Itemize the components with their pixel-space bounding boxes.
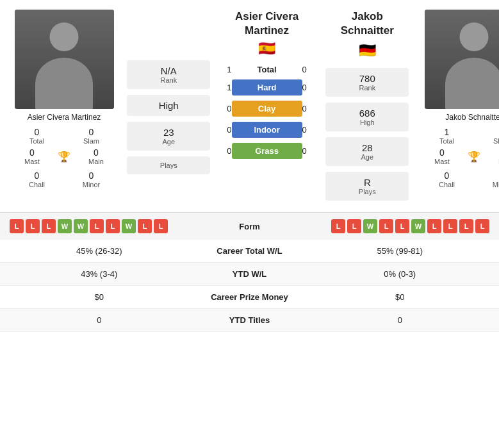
player1-plays-box: Plays xyxy=(127,156,210,174)
form-badges-left: LLLWWLLWLL xyxy=(10,219,218,233)
player1-chall-stat: 0 Chall xyxy=(13,170,61,188)
indoor-left: 0 xyxy=(213,125,232,135)
player2-high-label: High xyxy=(329,119,405,126)
player1-age-box: 23 Age xyxy=(127,122,210,151)
grass-btn-wrap: Grass xyxy=(232,143,302,159)
player2-age-value: 28 xyxy=(329,142,405,153)
form-badge-right: L xyxy=(443,219,457,233)
player1-slam-stat: 0 Slam xyxy=(67,127,115,145)
player1-minor-value: 0 xyxy=(89,170,94,181)
stats-row: 43% (3-4) YTD W/L 0% (0-3) xyxy=(0,263,499,286)
indoor-row: 0 Indoor 0 xyxy=(213,122,322,138)
player2-plays-label: Plays xyxy=(329,188,405,195)
player1-age-value: 23 xyxy=(130,127,207,138)
player2-chall-value: 0 xyxy=(445,170,450,181)
grass-right: 0 xyxy=(302,146,322,156)
player2-age-box: 28 Age xyxy=(325,137,409,166)
form-badge-left: L xyxy=(138,219,152,233)
player1-bottom-stats: 0 Chall 0 Minor xyxy=(6,170,122,188)
player1-high-box: High xyxy=(127,95,210,116)
form-badge-left: W xyxy=(74,219,88,233)
clay-btn-wrap: Clay xyxy=(232,101,302,117)
indoor-btn[interactable]: Indoor xyxy=(232,122,302,138)
stats-right-1: 0% (0-3) xyxy=(314,269,487,279)
center-main: N/A Rank High 23 Age Plays xyxy=(122,10,416,206)
main-container: Asier Civera Martinez 0 Total 0 Slam 0 M… xyxy=(0,0,499,332)
player1-high-value: High xyxy=(130,100,207,111)
stats-right-0: 55% (99-81) xyxy=(314,246,487,256)
form-badge-right: L xyxy=(379,219,393,233)
stats-left-2: $0 xyxy=(13,292,186,302)
player1-title: Asier Civera Martinez xyxy=(213,10,322,38)
hard-left: 1 xyxy=(213,83,232,92)
player1-total-label: Total xyxy=(29,137,44,145)
player1-slam-label: Slam xyxy=(83,137,99,145)
player1-main-value: 0 xyxy=(94,147,99,158)
player1-age-label: Age xyxy=(130,138,207,145)
form-badges-right: LLWLLWLLLL xyxy=(282,219,490,233)
player1-chall-value: 0 xyxy=(35,170,40,181)
hard-row: 1 Hard 0 xyxy=(213,79,322,95)
stats-center-0: Career Total W/L xyxy=(186,246,314,256)
player1-mast-value: 0 xyxy=(29,147,35,158)
player2-plays-value: R xyxy=(329,177,405,188)
player1-main-stat: 0 Main xyxy=(77,147,115,165)
clay-row: 0 Clay 0 xyxy=(213,101,322,117)
player1-rank-value: N/A xyxy=(130,65,207,76)
player2-title: Jakob Schnaitter xyxy=(325,10,410,38)
player2-trophy-row: 0 Mast 🏆 0 Main xyxy=(416,147,499,165)
player2-panel: Jakob Schnaitter 1 Total 0 Slam 0 Mast 🏆 xyxy=(416,10,499,206)
stats-row: $0 Career Prize Money $0 xyxy=(0,286,499,309)
player2-mast-stat: 0 Mast xyxy=(423,147,461,165)
player1-stats: 0 Total 0 Slam xyxy=(6,127,122,145)
player1-flag: 🇪🇸 xyxy=(258,40,275,57)
player2-slam-label: Slam xyxy=(493,137,499,145)
player2-chall-label: Chall xyxy=(439,181,455,188)
players-header-row: N/A Rank High 23 Age Plays xyxy=(128,10,410,203)
player2-rank-value: 780 xyxy=(329,73,405,84)
player1-total-value: 0 xyxy=(35,127,40,137)
player2-minor-stat: 1 Minor xyxy=(477,170,499,188)
stats-center-2: Career Prize Money xyxy=(186,292,314,302)
player2-main-stat: 0 Main xyxy=(487,147,499,165)
stats-right-2: $0 xyxy=(314,292,487,302)
player2-plays-box: R Plays xyxy=(325,172,409,201)
middle-col: Asier Civera Martinez 🇪🇸 1 Total 0 1 xyxy=(209,10,325,162)
total-btn-wrap: Total xyxy=(232,65,302,74)
grass-btn[interactable]: Grass xyxy=(232,143,302,159)
player1-minor-stat: 0 Minor xyxy=(67,170,115,188)
player1-name: Asier Civera Martinez xyxy=(28,113,101,122)
form-badge-right: W xyxy=(411,219,425,233)
player1-avatar xyxy=(15,10,114,109)
stats-center-1: YTD W/L xyxy=(186,269,314,279)
player2-flag: 🇩🇪 xyxy=(359,42,376,59)
form-badge-left: L xyxy=(90,219,104,233)
form-badge-left: L xyxy=(10,219,24,233)
stats-container: 45% (26-32) Career Total W/L 55% (99-81)… xyxy=(0,240,499,332)
player2-mast-value: 0 xyxy=(439,147,445,158)
top-section: Asier Civera Martinez 0 Total 0 Slam 0 M… xyxy=(0,0,499,212)
player1-main-label: Main xyxy=(88,158,104,165)
stats-left-1: 43% (3-4) xyxy=(13,269,186,279)
form-label: Form xyxy=(218,222,282,231)
hard-right: 0 xyxy=(302,83,322,92)
total-label: Total xyxy=(258,65,277,74)
clay-btn[interactable]: Clay xyxy=(232,101,302,117)
stats-left-0: 45% (26-32) xyxy=(13,246,186,256)
player1-slam-value: 0 xyxy=(89,127,94,137)
player2-mast-label: Mast xyxy=(434,158,450,165)
player1-mast-stat: 0 Mast xyxy=(13,147,51,165)
player2-age-label: Age xyxy=(329,153,405,161)
player1-minor-label: Minor xyxy=(83,181,101,188)
form-badge-left: L xyxy=(154,219,168,233)
form-badge-right: L xyxy=(347,219,361,233)
hard-btn[interactable]: Hard xyxy=(232,79,302,95)
form-badge-right: W xyxy=(363,219,377,233)
form-badge-right: L xyxy=(475,219,489,233)
player2-info-boxes: Jakob Schnaitter 🇩🇪 780 Rank 686 High 28… xyxy=(325,10,410,203)
player1-total-stat: 0 Total xyxy=(13,127,61,145)
player1-info-boxes: N/A Rank High 23 Age Plays xyxy=(128,10,209,176)
form-badge-right: L xyxy=(459,219,473,233)
player1-trophy-row: 0 Mast 🏆 0 Main xyxy=(6,147,122,165)
player2-silhouette xyxy=(425,10,500,109)
